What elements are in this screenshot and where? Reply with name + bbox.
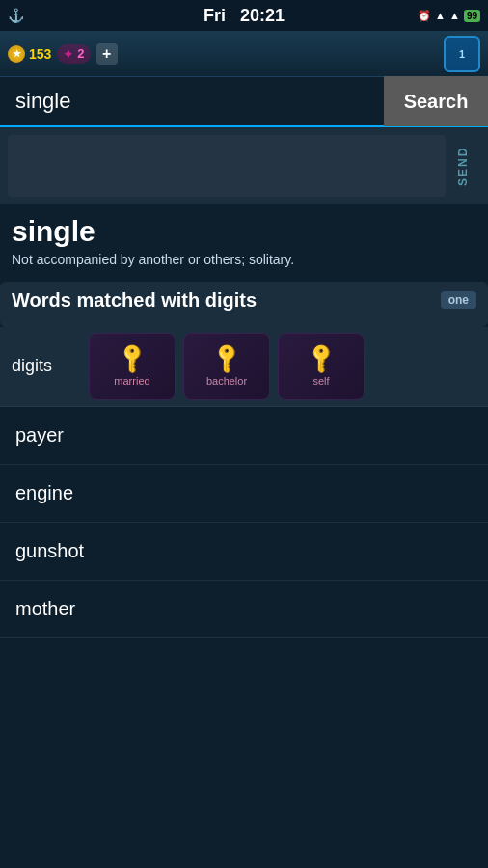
words-matched-section: Words matched with digits one bbox=[0, 282, 488, 327]
search-bar: Search bbox=[0, 77, 488, 127]
status-bar: ⚓ Fri 20:21 ⏰ ▲ ▲ 99 bbox=[0, 0, 488, 31]
level-badge: 1 bbox=[444, 36, 480, 72]
word-section: single Not accompanied by another or oth… bbox=[0, 204, 488, 274]
word-list-item-payer[interactable]: payer bbox=[0, 407, 488, 465]
key-icon-married: 🔑 bbox=[114, 340, 149, 376]
word-list-item-engine[interactable]: engine bbox=[0, 465, 488, 523]
status-bar-right: ⏰ ▲ ▲ 99 bbox=[418, 10, 480, 22]
key-icon-bachelor: 🔑 bbox=[208, 340, 244, 376]
add-button[interactable]: + bbox=[96, 43, 118, 65]
word-card-married[interactable]: 🔑 married bbox=[89, 333, 176, 400]
battery-badge: 99 bbox=[464, 10, 480, 22]
day-label: Fri bbox=[203, 6, 226, 25]
word-definition: Not accompanied by another or others; so… bbox=[12, 251, 476, 270]
text-box bbox=[8, 135, 446, 197]
text-area: SEND bbox=[0, 127, 488, 204]
status-bar-left: ⚓ bbox=[8, 8, 24, 23]
alarm-icon: ⏰ bbox=[418, 10, 431, 22]
usb-icon: ⚓ bbox=[8, 8, 24, 23]
score-number: 153 bbox=[29, 46, 51, 62]
word-card-self[interactable]: 🔑 self bbox=[278, 333, 365, 400]
signal-icon: ▲ bbox=[449, 10, 460, 21]
search-button[interactable]: Search bbox=[384, 76, 488, 126]
game-bar: ★ 153 ✦ 2 + 1 bbox=[0, 31, 488, 77]
one-badge: one bbox=[441, 291, 476, 309]
word-list: payer engine gunshot mother bbox=[0, 407, 488, 638]
wifi-icon: ▲ bbox=[435, 10, 446, 21]
word-title: single bbox=[12, 214, 476, 249]
send-label[interactable]: SEND bbox=[446, 135, 480, 197]
power-icon: ✦ bbox=[63, 46, 74, 62]
power-badge: ✦ 2 bbox=[57, 44, 90, 64]
word-list-item-mother[interactable]: mother bbox=[0, 581, 488, 638]
score-badge: ★ 153 bbox=[8, 45, 51, 63]
power-count: 2 bbox=[77, 46, 84, 61]
time-label: 20:21 bbox=[240, 6, 285, 25]
words-matched-title: Words matched with digits bbox=[12, 289, 257, 312]
coin-icon: ★ bbox=[8, 45, 25, 63]
words-matched-header: Words matched with digits one bbox=[12, 289, 476, 312]
word-list-item-gunshot[interactable]: gunshot bbox=[0, 523, 488, 581]
digit-row: digits 🔑 married 🔑 bachelor 🔑 self bbox=[0, 327, 488, 407]
status-bar-time: Fri 20:21 bbox=[203, 6, 285, 26]
card-grid: 🔑 married 🔑 bachelor 🔑 self bbox=[89, 333, 365, 400]
digit-label: digits bbox=[12, 356, 89, 376]
search-input[interactable] bbox=[8, 89, 384, 114]
word-card-bachelor[interactable]: 🔑 bachelor bbox=[183, 333, 270, 400]
key-icon-self: 🔑 bbox=[303, 340, 339, 376]
